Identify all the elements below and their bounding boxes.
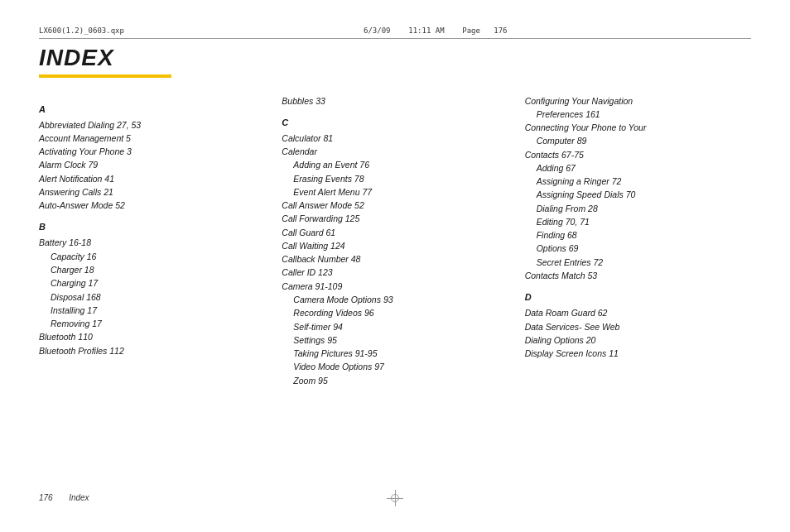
entry-caller-id: Caller ID 123 [282, 266, 508, 279]
entry-auto-answer: Auto-Answer Mode 52 [39, 199, 265, 212]
entry-camera-mode-options: Camera Mode Options 93 [282, 293, 508, 306]
entry-dialing-options: Dialing Options 20 [525, 333, 751, 347]
entry-assigning-ringer: Assigning a Ringer 72 [525, 175, 751, 188]
columns: A Abbreviated Dialing 27, 53 Account Man… [39, 94, 751, 387]
entry-event-alert-menu: Event Alert Menu 77 [282, 185, 508, 199]
entry-charger: Charger 18 [39, 263, 265, 276]
entry-data-services: Data Services- See Web [525, 320, 751, 333]
entry-battery: Battery 16-18 [39, 236, 265, 249]
entry-alert-notification: Alert Notification 41 [39, 172, 265, 185]
entry-account-management: Account Management 5 [39, 132, 265, 145]
entry-configuring-navigation: Configuring Your Navigation [525, 94, 751, 108]
bottom-reg-mark [387, 490, 403, 506]
entry-activating-phone: Activating Your Phone 3 [39, 145, 265, 158]
entry-connecting-phone: Connecting Your Phone to Your [525, 121, 751, 134]
entry-video-mode-options: Video Mode Options 97 [282, 360, 508, 373]
entry-taking-pictures: Taking Pictures 91-95 [282, 347, 508, 360]
entry-assigning-speed-dials: Assigning Speed Dials 70 [525, 188, 751, 201]
section-a: A [39, 103, 265, 117]
entry-erasing-events: Erasing Events 78 [282, 172, 508, 185]
entry-data-roam-guard: Data Roam Guard 62 [525, 306, 751, 319]
entry-adding: Adding 67 [525, 161, 751, 175]
entry-alarm-clock: Alarm Clock 79 [39, 158, 265, 171]
title-underline [39, 74, 171, 78]
entry-options: Options 69 [525, 242, 751, 255]
footer-label: Index [69, 493, 89, 502]
entry-charging: Charging 17 [39, 276, 265, 290]
entry-contacts: Contacts 67-75 [525, 148, 751, 161]
entry-call-forwarding: Call Forwarding 125 [282, 212, 508, 225]
entry-secret-entries: Secret Entries 72 [525, 256, 751, 269]
page-inner: LX600(1.2)_0603.qxp 6/3/09 11:11 AM Page… [39, 26, 751, 506]
column-1: A Abbreviated Dialing 27, 53 Account Man… [39, 94, 282, 387]
entry-call-guard: Call Guard 61 [282, 226, 508, 239]
index-title: INDEX [39, 45, 751, 71]
page-container: LX600(1.2)_0603.qxp 6/3/09 11:11 AM Page… [0, 0, 790, 532]
column-2: Bubbles 33 C Calculator 81 Calendar Addi… [282, 94, 524, 387]
entry-call-waiting: Call Waiting 124 [282, 239, 508, 252]
footer-left: 176 Index [39, 493, 277, 502]
entry-dialing-from: Dialing From 28 [525, 202, 751, 215]
entry-calculator: Calculator 81 [282, 132, 508, 145]
entry-settings: Settings 95 [282, 333, 508, 347]
entry-removing: Removing 17 [39, 317, 265, 330]
entry-editing: Editing 70, 71 [525, 215, 751, 228]
entry-answering-calls: Answering Calls 21 [39, 185, 265, 199]
column-3: Configuring Your Navigation Preferences … [525, 94, 751, 387]
section-b: B [39, 220, 265, 234]
entry-preferences: Preferences 161 [525, 108, 751, 121]
entry-recording-videos: Recording Videos 96 [282, 306, 508, 319]
entry-zoom: Zoom 95 [282, 374, 508, 387]
entry-display-screen-icons: Display Screen Icons 11 [525, 347, 751, 360]
entry-camera: Camera 91-109 [282, 280, 508, 293]
entry-adding-event: Adding an Event 76 [282, 158, 508, 171]
entry-disposal: Disposal 168 [39, 290, 265, 304]
entry-abbreviated-dialing: Abbreviated Dialing 27, 53 [39, 118, 265, 132]
page-footer: 176 Index [39, 490, 751, 506]
header-center: 6/3/09 11:11 AM Page 176 [124, 26, 747, 35]
entry-contacts-match: Contacts Match 53 [525, 269, 751, 282]
entry-capacity: Capacity 16 [39, 250, 265, 263]
footer-page-number: 176 [39, 493, 53, 502]
header-spacer [747, 26, 751, 35]
section-c: C [282, 116, 508, 130]
entry-bubbles: Bubbles 33 [282, 94, 508, 108]
section-d: D [525, 290, 751, 304]
content-area: INDEX A Abbreviated Dialing 27, 53 Accou… [39, 45, 751, 482]
entry-installing: Installing 17 [39, 304, 265, 317]
entry-callback-number: Callback Number 48 [282, 252, 508, 266]
entry-computer: Computer 89 [525, 134, 751, 147]
filename: LX600(1.2)_0603.qxp [39, 26, 124, 35]
entry-self-timer: Self-timer 94 [282, 320, 508, 333]
entry-finding: Finding 68 [525, 228, 751, 242]
entry-calendar: Calendar [282, 145, 508, 158]
entry-bluetooth: Bluetooth 110 [39, 330, 265, 343]
entry-call-answer-mode: Call Answer Mode 52 [282, 199, 508, 212]
entry-bluetooth-profiles: Bluetooth Profiles 112 [39, 344, 265, 357]
footer-center [277, 490, 514, 506]
file-header: LX600(1.2)_0603.qxp 6/3/09 11:11 AM Page… [39, 26, 751, 39]
